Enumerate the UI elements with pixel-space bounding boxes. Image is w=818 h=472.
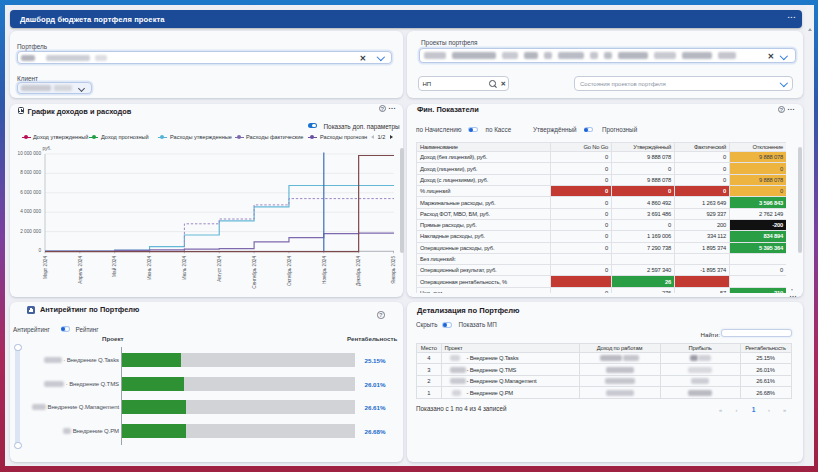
svg-text:Октябрь 2024: Октябрь 2024 [287,256,292,286]
svg-text:6 000 000: 6 000 000 [20,190,41,195]
svg-text:4 000 000: 4 000 000 [20,209,41,214]
svg-text:Июнь 2024: Июнь 2024 [147,256,152,280]
svg-text:Декабрь 2024: Декабрь 2024 [356,256,361,286]
svg-text:Август 2024: Август 2024 [217,256,222,282]
svg-text:8 000 000: 8 000 000 [20,170,41,175]
svg-text:Март 2024: Март 2024 [43,256,48,279]
svg-text:руб.: руб. [43,146,52,151]
svg-text:0: 0 [38,248,41,253]
svg-text:Январь 2025: Январь 2025 [391,256,396,284]
svg-text:2 000 000: 2 000 000 [20,229,41,234]
svg-text:Июль 2024: Июль 2024 [182,256,187,280]
svg-text:Май 2024: Май 2024 [111,256,117,277]
svg-text:Сентябрь 2024: Сентябрь 2024 [252,256,257,289]
svg-text:Апрель 2024: Апрель 2024 [78,256,83,284]
svg-text:10 000 000: 10 000 000 [18,151,42,156]
svg-text:Ноябрь 2024: Ноябрь 2024 [322,256,327,284]
